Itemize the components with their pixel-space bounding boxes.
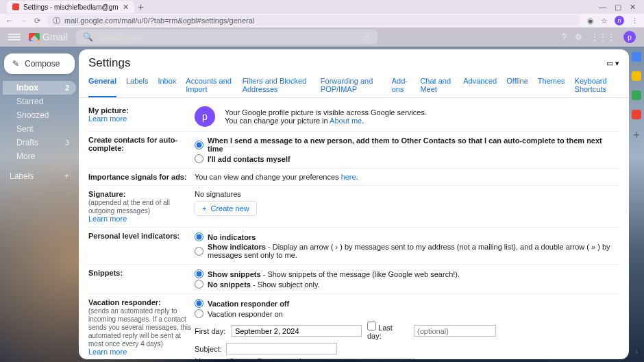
maximize-icon[interactable]: ▢ (615, 3, 621, 12)
tab-add-ons[interactable]: Add-ons (392, 74, 411, 97)
tab-advanced[interactable]: Advanced (463, 74, 497, 97)
sidebar-item-inbox[interactable]: Inbox 2 (3, 81, 76, 95)
snippets-none-radio[interactable] (195, 280, 203, 289)
sidebar-item-sent[interactable]: Sent (3, 122, 76, 136)
gmail-icon (29, 33, 40, 41)
vacation-off-radio[interactable] (195, 299, 203, 308)
extensions-icon[interactable]: ◉ (587, 16, 594, 25)
language-select[interactable]: ▭ ▾ (606, 59, 619, 68)
compose-button[interactable]: ✎ Compose (4, 53, 75, 74)
tab-themes[interactable]: Themes (538, 74, 565, 97)
tab-accounts-and-import[interactable]: Accounts and Import (186, 74, 232, 97)
calendar-rail-icon[interactable] (632, 52, 641, 62)
reload-icon[interactable]: ⟳ (34, 16, 40, 25)
url-text: mail.google.com/mail/u/0/?tab=rm&ogbl#se… (64, 16, 254, 25)
message-label: Message: (195, 357, 221, 359)
keep-rail-icon[interactable] (632, 71, 641, 81)
forward-icon[interactable]: → (20, 16, 27, 25)
support-icon[interactable]: ? (562, 32, 567, 42)
last-day-checkbox[interactable] (367, 322, 376, 330)
add-label-icon[interactable]: + (64, 171, 69, 181)
main-menu-icon[interactable] (8, 34, 21, 40)
collapse-rail-icon[interactable]: › (635, 347, 638, 357)
search-input[interactable]: 🔍 Search mail ☰ (76, 29, 377, 45)
snippets-label: Snippets: (88, 269, 123, 277)
plus-icon: + (202, 204, 206, 213)
gmail-favicon (12, 3, 19, 10)
tab-filters-and-blocked-addresses[interactable]: Filters and Blocked Addresses (243, 74, 311, 97)
last-day-input[interactable] (414, 325, 496, 337)
first-day-label: First day: (195, 327, 226, 335)
subject-label: Subject: (195, 345, 221, 353)
pli-label: Personal level indicators: (88, 232, 179, 240)
contacts-label: Create contacts for auto-complete: (88, 136, 177, 152)
new-tab-button[interactable]: + (138, 1, 144, 12)
signature-label: Signature: (88, 190, 125, 198)
tab-title: Settings - mischiefbedlam@gm (23, 3, 119, 11)
browser-menu-icon[interactable]: ⋮ (631, 16, 639, 25)
profile-chip[interactable]: n (615, 16, 624, 25)
apps-grid-icon[interactable]: ⋮⋮⋮ (591, 32, 615, 42)
page-title: Settings (88, 56, 130, 70)
back-icon[interactable]: ← (5, 16, 13, 25)
sidebar-item-more[interactable]: More (3, 149, 76, 163)
labels-header: Labels (10, 171, 34, 181)
tab-chat-and-meet[interactable]: Chat and Meet (420, 74, 454, 97)
search-icon: 🔍 (83, 32, 93, 42)
tab-forwarding-and-pop-imap[interactable]: Forwarding and POP/IMAP (321, 74, 382, 97)
create-signature-button[interactable]: + Create new (195, 201, 257, 216)
subject-input[interactable] (226, 343, 337, 354)
settings-gear-icon[interactable]: ⚙ (575, 32, 582, 42)
browser-tab[interactable]: Settings - mischiefbedlam@gm ✕ (7, 1, 134, 13)
gmail-logo[interactable]: Gmail (29, 32, 68, 43)
sidebar-item-drafts[interactable]: Drafts 3 (3, 136, 76, 149)
first-day-input[interactable] (232, 325, 362, 337)
tab-offline[interactable]: Offline (506, 74, 528, 97)
tab-inbox[interactable]: Inbox (158, 74, 176, 97)
contacts-manual-radio[interactable] (195, 154, 203, 163)
sidebar-item-starred[interactable]: Starred (3, 95, 76, 108)
pli-none-radio[interactable] (195, 232, 203, 241)
tab-keyboard-shortcuts[interactable]: Keyboard Shortcuts (575, 74, 619, 97)
ads-label: Importance signals for ads: (88, 173, 187, 181)
picture-learn-more-link[interactable]: Learn more (88, 114, 127, 123)
vacation-label: Vacation responder: (88, 298, 161, 306)
vacation-learn-more-link[interactable]: Learn more (88, 348, 127, 356)
vacation-on-radio[interactable] (195, 309, 203, 318)
editor-toolbar: Sans Serif ▾ τT ▾ B I U A ▾ ⛓ 🖼 ≡ ▾ ⋮≡ (226, 359, 415, 359)
sidebar-item-snoozed[interactable]: Snoozed (3, 108, 76, 122)
ads-here-link[interactable]: here (341, 173, 356, 181)
close-window-icon[interactable]: ✕ (630, 3, 636, 12)
add-on-rail-icon[interactable]: + (633, 129, 639, 141)
my-picture-label: My picture: (88, 106, 129, 114)
contacts-rail-icon[interactable] (632, 110, 641, 119)
tasks-rail-icon[interactable] (632, 90, 641, 100)
pencil-icon: ✎ (12, 59, 19, 69)
address-bar[interactable]: ⓘ mail.google.com/mail/u/0/?tab=rm&ogbl#… (47, 15, 580, 26)
picture-desc-1: Your Google profile picture is visible a… (225, 108, 427, 117)
tab-labels[interactable]: Labels (126, 74, 148, 97)
snippets-show-radio[interactable] (195, 269, 203, 278)
tab-general[interactable]: General (88, 74, 116, 97)
site-info-icon[interactable]: ⓘ (53, 16, 60, 26)
profile-picture[interactable]: p (195, 106, 215, 127)
pli-show-radio[interactable] (195, 247, 203, 256)
signature-learn-more-link[interactable]: Learn more (88, 215, 127, 223)
account-avatar[interactable]: p (623, 31, 636, 43)
bookmark-icon[interactable]: ☆ (601, 16, 608, 25)
minimize-icon[interactable]: — (599, 3, 606, 12)
about-me-link[interactable]: About me (330, 117, 362, 125)
contacts-auto-radio[interactable] (195, 141, 203, 149)
no-signatures-text: No signatures (195, 190, 619, 198)
search-options-icon[interactable]: ☰ (363, 32, 371, 42)
close-tab-icon[interactable]: ✕ (123, 3, 129, 12)
